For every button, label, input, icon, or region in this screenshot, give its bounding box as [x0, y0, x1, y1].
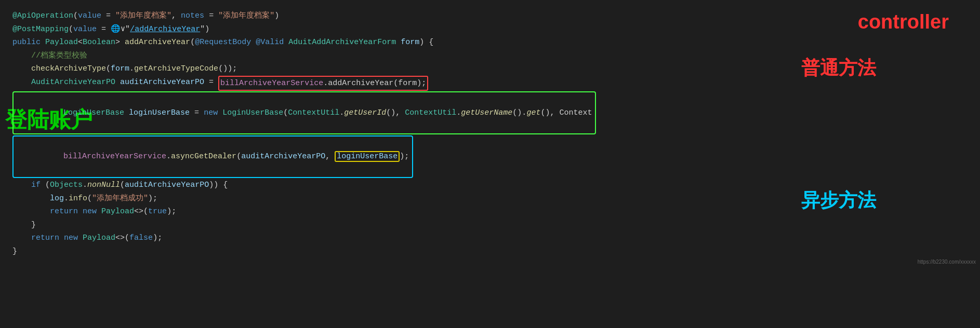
- code-line-8: billArchiveYearService.asyncGetDealer(au…: [12, 135, 968, 179]
- code-line-10: log.info("添加年档成功");: [12, 192, 968, 206]
- code-line-7: LoginUserBase loginUserBase = new LoginU…: [12, 91, 968, 135]
- code-line-12: }: [12, 218, 968, 232]
- code-line-6: AuditArchiveYearPO auditArchiveYearPO = …: [12, 76, 968, 91]
- code-line-9: if (Objects.nonNull(auditArchiveYearPO))…: [12, 179, 968, 192]
- code-line-11: return new Payload<>(true);: [12, 205, 968, 218]
- annotation-apioperation: @ApiOperation: [12, 9, 73, 23]
- annotation-postmapping: @PostMapping: [12, 23, 69, 36]
- code-line-5: checkArchiveType(form.getArchiveTypeCode…: [12, 62, 968, 76]
- highlight-loginuserbase: loginUserBase: [335, 151, 400, 162]
- highlight-service-call: billArchiveYearService.addArchiveYear(fo…: [218, 76, 428, 91]
- code-line-3: public Payload<Boolean> addArchiveYear(@…: [12, 36, 968, 49]
- code-area: controller 普通方法 登陆账户 异步方法 @ApiOperation(…: [0, 0, 980, 267]
- cyan-box-line8: billArchiveYearService.asyncGetDealer(au…: [12, 135, 413, 179]
- url-link[interactable]: /addArchiveYear: [130, 23, 200, 36]
- green-box-line7: LoginUserBase loginUserBase = new LoginU…: [12, 91, 596, 134]
- code-line-1: @ApiOperation(value = "添加年度档案", notes = …: [12, 9, 968, 23]
- bottom-url: https://b2230.com/xxxxxx: [918, 257, 976, 266]
- code-line-2: @PostMapping(value = 🌐∨"/addArchiveYear"…: [12, 23, 968, 36]
- code-line-13: return new Payload<>(false);: [12, 231, 968, 245]
- code-line-4: //档案类型校验: [12, 49, 968, 63]
- code-line-14: }: [12, 245, 968, 258]
